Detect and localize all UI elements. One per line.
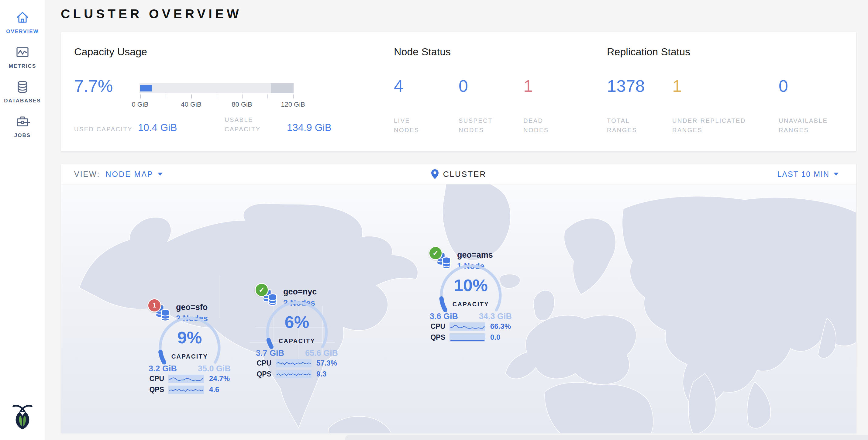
capacity-usage-title: Capacity Usage xyxy=(74,46,332,58)
total-capacity: 35.0 GiB xyxy=(198,364,231,373)
map-node-sfo[interactable]: 1geo=sfo2 Nodes9%CAPACITY3.2 GiB35.0 GiB… xyxy=(140,293,240,398)
metric-value: 24.7% xyxy=(209,374,235,383)
axis-tick-label: 80 GiB xyxy=(231,101,252,108)
locality-label: geo=ams xyxy=(457,250,493,260)
stat-value: 0 xyxy=(779,78,845,94)
capacity-label: CAPACITY xyxy=(421,301,521,308)
metric-row-qps: QPS0.0 xyxy=(421,333,521,342)
databases-icon xyxy=(15,80,30,94)
metric-label: QPS xyxy=(426,333,445,342)
stat-value: 0 xyxy=(459,78,523,94)
stat-label: UNDER-REPLICATEDRANGES xyxy=(672,116,779,135)
metric-label: CPU xyxy=(426,322,445,331)
used-capacity-label: USED CAPACITY xyxy=(74,125,138,134)
capacity-label: CAPACITY xyxy=(247,338,347,345)
chevron-down-icon xyxy=(834,172,839,176)
breadcrumb-scope: CLUSTER xyxy=(443,169,486,179)
metric-value: 9.3 xyxy=(316,370,342,378)
capacity-percent: 6% xyxy=(247,312,347,332)
capacity-bar: 0 GiB40 GiB80 GiB120 GiB xyxy=(140,83,293,108)
time-range-selector[interactable]: LAST 10 MIN xyxy=(777,170,839,179)
used-capacity: 3.7 GiB xyxy=(256,349,284,358)
stat-suspect-nodes: 0SUSPECTNODES xyxy=(459,78,523,135)
metric-label: CPU xyxy=(145,375,164,383)
location-pin-icon xyxy=(431,169,439,179)
stat-value: 1 xyxy=(672,78,779,94)
stat-label: UNAVAILABLERANGES xyxy=(779,116,845,135)
used-capacity: 3.6 GiB xyxy=(430,312,458,321)
capacity-percent: 7.7% xyxy=(74,78,140,108)
map-breadcrumb: CLUSTER xyxy=(61,169,856,179)
sparkline xyxy=(450,322,485,331)
capacity-label: CAPACITY xyxy=(140,353,240,360)
used-capacity: 3.2 GiB xyxy=(149,364,177,373)
capacity-bar-axis: 0 GiB40 GiB80 GiB120 GiB xyxy=(140,93,293,108)
metric-row-qps: QPS9.3 xyxy=(247,370,347,378)
axis-tick-label: 120 GiB xyxy=(281,101,305,108)
sidebar-item-label: OVERVIEW xyxy=(0,29,45,35)
dead-node-badge: 1 xyxy=(147,298,161,312)
node-status-section: Node Status 4LIVENODES0SUSPECTNODES1DEAD… xyxy=(394,46,588,135)
view-selector[interactable]: NODE MAP xyxy=(105,170,162,179)
node-map-panel: VIEW: NODE MAP CLUSTER LAST 10 MIN xyxy=(61,164,857,433)
metric-row-cpu: CPU57.3% xyxy=(247,359,347,367)
total-capacity: 65.6 GiB xyxy=(305,349,338,358)
replication-status-section: Replication Status 1378TOTALRANGES1UNDER… xyxy=(607,46,845,135)
sidebar-item-label: JOBS xyxy=(0,132,45,138)
axis-tick xyxy=(293,95,293,98)
time-range-value: LAST 10 MIN xyxy=(777,170,829,179)
view-selector-value: NODE MAP xyxy=(105,170,153,179)
node-status-title: Node Status xyxy=(394,46,588,58)
capacity-usage-section: Capacity Usage 7.7% 0 GiB40 GiB80 GiB120… xyxy=(74,46,332,134)
metric-row-cpu: CPU24.7% xyxy=(140,374,240,383)
metric-row-cpu: CPU66.3% xyxy=(421,322,521,331)
sidebar-item-jobs[interactable]: JOBS xyxy=(0,104,45,138)
sparkline xyxy=(276,370,312,378)
metric-value: 0.0 xyxy=(490,333,516,342)
map-node-ams[interactable]: ✓geo=ams1 Node10%CAPACITY3.6 GiB34.3 GiB… xyxy=(421,241,521,346)
sparkline xyxy=(168,386,204,394)
capacity-bar-reserved xyxy=(271,83,293,93)
axis-tick xyxy=(242,95,243,98)
stat-label: LIVENODES xyxy=(394,116,459,135)
sidebar-item-databases[interactable]: DATABASES xyxy=(0,69,45,104)
metric-row-qps: QPS4.6 xyxy=(140,385,240,394)
stat-value: 1378 xyxy=(607,78,672,94)
stat-live-nodes: 4LIVENODES xyxy=(394,78,459,135)
cockroachdb-logo xyxy=(0,404,45,431)
sidebar-item-metrics[interactable]: METRICS xyxy=(0,35,45,69)
capacity-bar-fill xyxy=(140,85,152,91)
locality-label: geo=sfo xyxy=(176,303,208,312)
axis-tick xyxy=(166,95,166,98)
scrolled-content-edge xyxy=(345,435,868,440)
metrics-icon xyxy=(15,45,30,60)
usable-capacity-value: 134.9 GiB xyxy=(287,122,332,134)
axis-tick xyxy=(217,95,217,98)
summary-panel: Capacity Usage 7.7% 0 GiB40 GiB80 GiB120… xyxy=(61,32,857,152)
stat-unavailable-ranges: 0UNAVAILABLERANGES xyxy=(779,78,845,135)
metric-value: 66.3% xyxy=(490,322,516,331)
sidebar: OVERVIEWMETRICSDATABASESJOBS xyxy=(0,0,45,440)
stat-label: SUSPECTNODES xyxy=(459,116,523,135)
chevron-down-icon xyxy=(158,172,163,176)
metric-label: QPS xyxy=(145,386,164,394)
stat-dead-nodes: 1DEADNODES xyxy=(523,78,588,135)
map-node-nyc[interactable]: ✓geo=nyc2 Nodes6%CAPACITY3.7 GiB65.6 GiB… xyxy=(247,278,347,383)
axis-tick xyxy=(140,95,141,98)
stat-label: TOTALRANGES xyxy=(607,116,672,135)
stat-total-ranges: 1378TOTALRANGES xyxy=(607,78,672,135)
node-map: 1geo=sfo2 Nodes9%CAPACITY3.2 GiB35.0 GiB… xyxy=(61,184,856,433)
capacity-percent: 10% xyxy=(421,275,521,295)
sidebar-item-overview[interactable]: OVERVIEW xyxy=(0,0,45,35)
main-content: CLUSTER OVERVIEW Capacity Usage 7.7% 0 G… xyxy=(45,0,868,440)
cluster-overview-page: OVERVIEWMETRICSDATABASESJOBS CLUSTER OVE… xyxy=(0,0,868,440)
stat-value: 4 xyxy=(394,78,459,94)
stat-value: 1 xyxy=(523,78,588,94)
view-label: VIEW: xyxy=(74,170,100,179)
replication-status-title: Replication Status xyxy=(607,46,845,58)
sidebar-item-label: DATABASES xyxy=(0,98,45,104)
total-capacity: 34.3 GiB xyxy=(479,312,512,321)
metric-label: CPU xyxy=(252,359,271,367)
briefcase-icon xyxy=(15,114,30,129)
page-title: CLUSTER OVERVIEW xyxy=(61,7,242,21)
